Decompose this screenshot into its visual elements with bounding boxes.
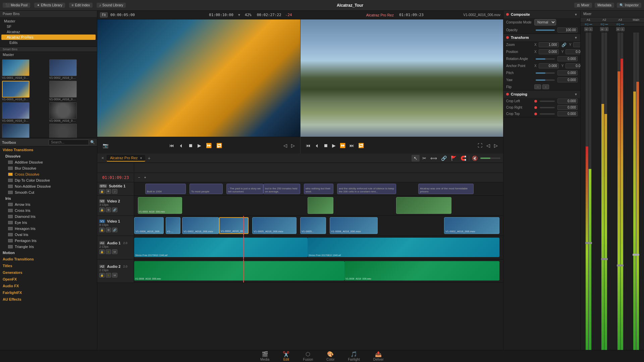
pitch-slider[interactable]	[536, 72, 555, 74]
a1-mute-btn[interactable]: M	[584, 27, 588, 31]
transform-header[interactable]: Transform ▼	[503, 34, 580, 41]
main-fader-handle[interactable]	[633, 254, 639, 256]
pitch-input[interactable]	[557, 70, 578, 75]
effect-additive-dissolve[interactable]: Additive Dissolve	[3, 159, 97, 165]
a1-solo-btn[interactable]: S	[589, 27, 593, 31]
effect-cross-dissolve[interactable]: Cross Dissolve	[3, 171, 97, 177]
position-y-input[interactable]	[566, 49, 580, 54]
a3-mute-btn[interactable]: M	[616, 27, 620, 31]
nav-edit[interactable]: ✂️ Edit	[283, 351, 289, 361]
flip-v-btn[interactable]: ↕	[542, 84, 549, 89]
nav-fusion[interactable]: ⬡ Fusion	[303, 351, 313, 361]
effect-diamond-iris[interactable]: Diamond Iris	[3, 214, 97, 220]
bin-master[interactable]: Master	[1, 18, 96, 24]
cropping-header[interactable]: Cropping ▼	[503, 90, 580, 98]
timeline-tab-alcatraz[interactable]: Alcatraz Pro Rez ▾	[107, 155, 145, 162]
clip-thumb-8[interactable]: V1-0008_A016_006...	[49, 124, 95, 138]
yaw-slider[interactable]	[536, 79, 555, 81]
track-settings-btn-v2[interactable]: ⚙	[106, 207, 111, 212]
category-video-transitions[interactable]: Video Transitions	[0, 146, 97, 153]
audio-mute-btn[interactable]: 🔇	[471, 155, 479, 162]
track-lock-btn-st1[interactable]: 🔒	[99, 189, 105, 194]
zoom-y-input[interactable]	[573, 42, 580, 47]
timeline-stop-btn[interactable]: ⏹	[322, 142, 329, 149]
source-camera-btn[interactable]: 📷	[101, 142, 110, 149]
bin-alcatraz[interactable]: Alcatraz	[1, 29, 96, 35]
position-x-input[interactable]	[539, 49, 559, 54]
zoom-in-btn[interactable]: +	[143, 175, 148, 180]
main-fader[interactable]	[629, 33, 643, 361]
fit-dropdown[interactable]: Fit	[100, 12, 108, 17]
edit-index-btn[interactable]: ≡ Edit Index	[69, 3, 93, 8]
effect-non-additive[interactable]: Non-Additive Dissolve	[3, 183, 97, 189]
clip-thumb-4[interactable]: V1-0004_A016_006...	[49, 81, 95, 101]
sub-clip-3[interactable]: - The past is just a story we tell ourse…	[226, 184, 263, 194]
eq-a3[interactable]: EQ ▪▪▪	[612, 23, 628, 26]
select-tool[interactable]: ↖	[412, 155, 420, 162]
timeline-loop-btn[interactable]: 🔁	[357, 142, 365, 149]
track-lock-btn-v2[interactable]: 🔒	[99, 207, 105, 212]
a1-fader-handle[interactable]	[585, 242, 592, 244]
metadata-btn[interactable]: Metadata	[595, 3, 614, 8]
source-rewind-btn[interactable]: ⏮	[168, 142, 175, 149]
a3-fader[interactable]	[613, 33, 628, 358]
category-au-effects[interactable]: AU Effects	[0, 296, 97, 303]
a2-clip-2[interactable]: V1-0006_A016_006.wav	[344, 261, 499, 281]
clip-thumb-7[interactable]: V1-0007_A016_006...	[2, 124, 48, 138]
a3-solo-btn[interactable]: S	[621, 27, 625, 31]
sub-clip-4[interactable]: but to the 250 inmates held on average,	[263, 184, 300, 194]
effect-blur-dissolve[interactable]: Blur Dissolve	[3, 165, 97, 171]
timeline-tab-close[interactable]: ✕	[100, 156, 105, 161]
v2-clip-1[interactable]: V1-0003_A016_006.mov	[138, 197, 182, 214]
clip-thumb-2[interactable]: V1-0002_A016_006...	[49, 59, 95, 79]
a2-fader-handle[interactable]	[601, 258, 608, 260]
timeline-mark-in[interactable]: ◁	[485, 142, 491, 149]
opacity-input[interactable]	[557, 27, 578, 33]
sub-clip-2[interactable]: To most people	[190, 184, 223, 194]
track-mute-btn-a1[interactable]: M	[112, 249, 117, 254]
nav-color[interactable]: 🎨 Color	[326, 351, 334, 361]
fullscreen-btn[interactable]: ⛶	[476, 142, 484, 149]
zoom-out-btn[interactable]: −	[137, 175, 142, 180]
effect-smooth-cut[interactable]: Smooth Cut	[3, 189, 97, 195]
composite-header[interactable]: Composite ▼	[503, 11, 580, 18]
rotation-slider[interactable]	[536, 58, 555, 60]
link-tool[interactable]: 🔗	[440, 155, 448, 162]
blade-tool[interactable]: ✂	[421, 155, 428, 162]
v1-clip-7[interactable]: V1-0008_A016_006.mov	[330, 217, 378, 234]
a2-mute-btn[interactable]: M	[600, 27, 604, 31]
v1-clip-6[interactable]: V1-0005...	[300, 217, 326, 234]
clip-thumb-5[interactable]: V1-0005_A016_006...	[2, 102, 48, 122]
add-timeline-btn[interactable]: +	[148, 156, 151, 161]
flag-tool[interactable]: 🚩	[449, 155, 458, 162]
nav-fairlight[interactable]: 🎵 Fairlight	[348, 351, 360, 361]
sub-clip-7[interactable]: Alcatraz was one of the most formidable …	[418, 184, 474, 194]
trim-tool[interactable]: ⟺	[429, 155, 438, 162]
track-eye-btn-st1[interactable]: 👁	[106, 189, 111, 194]
effects-search-input[interactable]	[49, 139, 89, 145]
subcategory-motion[interactable]: Motion	[0, 250, 97, 256]
bin-sf[interactable]: SF	[1, 24, 96, 29]
track-audio-btn-st1[interactable]: ♪	[112, 189, 117, 194]
chain-link-icon[interactable]: 🔗	[561, 43, 567, 47]
category-audio-transitions[interactable]: Audio Transitions	[0, 256, 97, 262]
snap-btn[interactable]: 🧲	[459, 155, 468, 162]
effect-hexagon-iris[interactable]: Hexagon Iris	[3, 226, 97, 232]
eq-a2[interactable]: EQ ▪▪▪	[596, 23, 612, 26]
track-solo-btn-a1[interactable]: S	[106, 249, 111, 254]
a2-clip-1[interactable]: V1-0006_A016_006.wav	[134, 261, 344, 281]
sub-clip-5[interactable]: who nothing but their wool.	[304, 184, 333, 194]
subcategory-dissolve[interactable]: Dissolve	[3, 153, 97, 159]
a2-fader[interactable]	[597, 33, 611, 358]
opacity-slider[interactable]	[536, 29, 555, 31]
timeline-fwd-btn[interactable]: ⏩	[338, 142, 347, 149]
effect-pentagon-iris[interactable]: Pentagon Iris	[3, 238, 97, 244]
crop-right-input[interactable]	[557, 105, 578, 110]
zoom-x-input[interactable]	[539, 42, 559, 47]
yaw-input[interactable]	[557, 77, 578, 82]
track-lock-btn-a2[interactable]: 🔒	[99, 273, 105, 278]
track-lock-btn-a1[interactable]: 🔒	[99, 249, 105, 254]
crop-left-input[interactable]	[557, 99, 578, 104]
timeline-prev-btn[interactable]: ⏴	[313, 142, 321, 149]
sub-clip-1[interactable]: Built in 1934	[145, 184, 186, 194]
